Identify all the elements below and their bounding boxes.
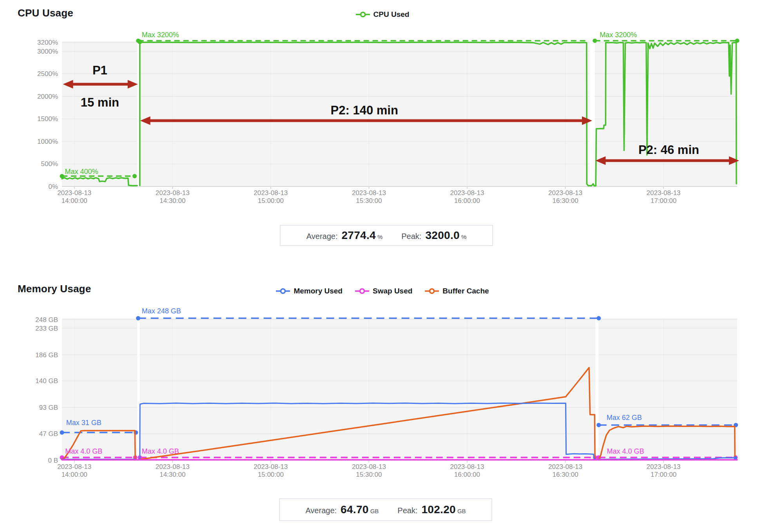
annotation-label: Max 31 GB: [66, 419, 102, 427]
annotation-label: Max 62 GB: [607, 414, 642, 422]
x-tick-label: 14:00:00: [62, 197, 87, 204]
x-tick-label: 2023-08-13: [647, 189, 681, 197]
annotation-label: Max 248 GB: [142, 307, 181, 315]
x-tick-label: 17:00:00: [651, 471, 676, 478]
cpu-peak-group: Peak: 3200.0 %: [401, 229, 466, 242]
x-tick-label: 15:30:00: [356, 197, 382, 204]
y-tick-label: 47 GB: [39, 430, 58, 438]
legend-marker-icon: [276, 288, 290, 294]
y-tick-label: 0 B: [48, 457, 58, 464]
legend-marker-icon: [355, 288, 369, 294]
peak-value: 102.20: [421, 503, 455, 516]
x-tick-label: 2023-08-13: [548, 189, 582, 197]
memory-peak-group: Peak: 102.20 GB: [397, 503, 466, 516]
x-tick-label: 2023-08-13: [156, 189, 190, 197]
cpu-average-group: Average: 2774.4 %: [306, 229, 382, 242]
legend-label: Memory Used: [294, 287, 343, 295]
x-tick-label: 16:00:00: [454, 471, 480, 478]
x-tick-label: 16:00:00: [454, 197, 480, 204]
y-tick-label: 3200%: [37, 39, 58, 46]
series-endpoint-dot: [596, 423, 601, 427]
annotation-label: Max 400%: [65, 168, 98, 176]
x-tick-label: 2023-08-13: [450, 463, 484, 470]
y-tick-label: 3000%: [37, 48, 58, 55]
y-tick-label: 2500%: [37, 70, 58, 78]
average-value: 2774.4: [341, 229, 375, 242]
y-tick-label: 1500%: [37, 115, 58, 123]
series-endpoint-dot: [132, 174, 137, 178]
x-tick-label: 16:30:00: [552, 197, 578, 204]
peak-label: Peak:: [401, 232, 421, 241]
average-unit: GB: [370, 508, 379, 514]
cpu-chart-plot: 3200%3000%2500%2000%1500%1000%500%0%2023…: [37, 31, 739, 204]
y-tick-label: 140 GB: [35, 377, 58, 385]
series-endpoint-dot: [734, 456, 737, 460]
peak-unit: GB: [457, 508, 466, 514]
charts-canvas: 3200%3000%2500%2000%1500%1000%500%0%2023…: [0, 0, 765, 532]
x-tick-label: 14:30:00: [160, 197, 185, 204]
legend-marker-icon: [356, 11, 370, 18]
x-tick-label: 2023-08-13: [254, 463, 288, 470]
memory-average-group: Average: 64.70 GB: [305, 503, 379, 516]
x-tick-label: 2023-08-13: [352, 463, 386, 470]
peak-label: Peak:: [397, 506, 417, 515]
average-label: Average:: [306, 232, 338, 241]
annotation-label: P2: 46 min: [638, 143, 699, 157]
legend-label: Buffer Cache: [442, 287, 489, 295]
x-tick-label: 2023-08-13: [548, 463, 582, 470]
annotation-label: Max 4.0 GB: [607, 447, 644, 455]
x-tick-label: 15:00:00: [258, 471, 284, 478]
x-tick-label: 2023-08-13: [57, 189, 91, 197]
x-tick-label: 2023-08-13: [647, 463, 681, 470]
monitoring-dashboard: 3200%3000%2500%2000%1500%1000%500%0%2023…: [0, 0, 765, 532]
y-tick-label: 186 GB: [35, 351, 58, 359]
y-tick-label: 0%: [48, 183, 58, 190]
x-tick-label: 2023-08-13: [57, 463, 91, 470]
legend-label: CPU Used: [373, 10, 410, 19]
y-tick-label: 1000%: [37, 138, 58, 145]
x-tick-label: 14:00:00: [62, 471, 87, 478]
x-tick-label: 16:30:00: [552, 471, 578, 478]
x-tick-label: 2023-08-13: [352, 189, 386, 197]
legend-item-buffer-cache[interactable]: Buffer Cache: [425, 287, 489, 295]
legend-label: Swap Used: [373, 287, 412, 295]
legend-item-cpu-used[interactable]: CPU Used: [356, 10, 410, 19]
annotation-label: P1: [92, 63, 107, 77]
y-tick-label: 248 GB: [35, 316, 58, 324]
annotation-label: 15 min: [81, 96, 119, 109]
y-tick-label: 2000%: [37, 93, 58, 100]
x-tick-label: 2023-08-13: [450, 189, 484, 197]
x-tick-label: 15:30:00: [356, 471, 382, 478]
x-tick-label: 2023-08-13: [254, 189, 288, 197]
y-tick-label: 500%: [41, 160, 58, 168]
y-tick-label: 233 GB: [35, 325, 58, 332]
data-gap-band: [595, 318, 598, 460]
annotation-label: P2: 140 min: [331, 103, 398, 117]
annotation-label: Max 3200%: [600, 31, 637, 39]
series-endpoint-dot: [138, 40, 142, 44]
series-endpoint-dot: [136, 316, 140, 320]
x-tick-label: 15:00:00: [258, 197, 284, 204]
peak-unit: %: [461, 233, 466, 240]
memory-chart-legend: Memory UsedSwap UsedBuffer Cache: [0, 287, 765, 295]
x-tick-label: 2023-08-13: [156, 463, 190, 470]
x-tick-label: 14:30:00: [160, 471, 185, 478]
cpu-summary-box: Average: 2774.4 % Peak: 3200.0 %: [280, 225, 493, 246]
plot-background: [62, 42, 737, 186]
memory-summary-box: Average: 64.70 GB Peak: 102.20 GB: [279, 498, 492, 521]
annotation-label: Max 4.0 GB: [142, 447, 179, 455]
x-tick-label: 17:00:00: [651, 197, 676, 204]
cpu-chart-legend: CPU Used: [0, 10, 765, 19]
data-gap-band: [589, 42, 595, 186]
y-tick-label: 93 GB: [39, 404, 58, 411]
peak-value: 3200.0: [425, 229, 459, 242]
series-endpoint-dot: [593, 38, 597, 43]
legend-marker-icon: [425, 288, 439, 294]
memory-chart-plot: 248 GB233 GB186 GB140 GB93 GB47 GB0 B202…: [35, 307, 738, 478]
series-endpoint-dot: [596, 316, 601, 320]
legend-item-swap-used[interactable]: Swap Used: [355, 287, 412, 295]
average-value: 64.70: [341, 503, 369, 516]
annotation-label: Max 3200%: [142, 31, 179, 39]
average-unit: %: [377, 233, 382, 240]
legend-item-memory-used[interactable]: Memory Used: [276, 287, 343, 295]
